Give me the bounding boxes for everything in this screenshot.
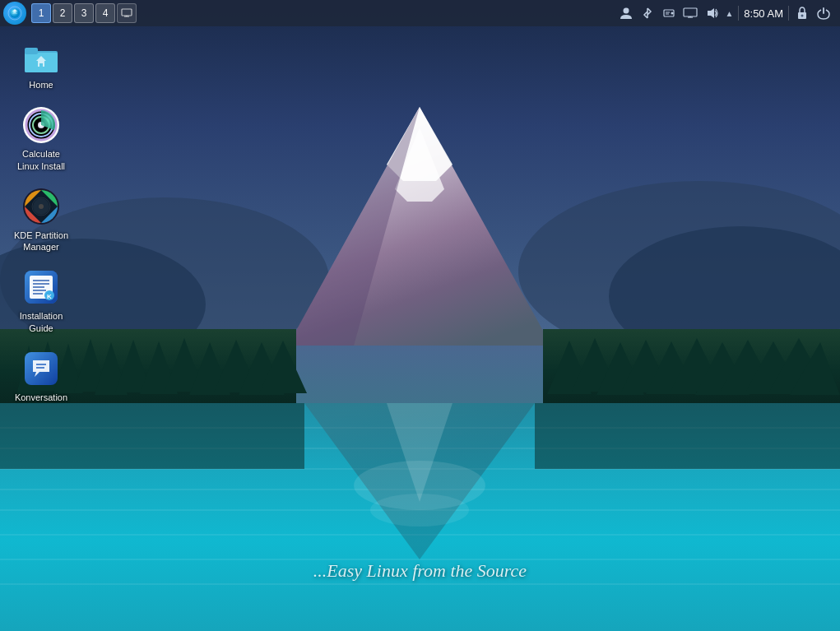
svg-text:K: K [47, 293, 52, 300]
storage-tray-icon[interactable] [661, 5, 677, 21]
svg-rect-46 [535, 403, 840, 469]
workspace-1-button[interactable]: 1 [31, 3, 51, 23]
svg-rect-59 [684, 8, 697, 16]
desktop-tagline: ...Easy Linux from the Source [313, 560, 527, 582]
show-desktop-button[interactable] [117, 3, 137, 23]
home-icon-label: Home [29, 79, 53, 90]
app-menu-button[interactable] [3, 2, 26, 25]
taskbar-right: ▲ 8:50 AM [618, 5, 837, 21]
system-clock[interactable]: 8:50 AM [744, 7, 783, 20]
kde-partition-manager-icon[interactable]: KDE Partition Manager [8, 183, 74, 257]
svg-point-83 [39, 204, 44, 209]
svg-point-64 [801, 15, 804, 17]
svg-rect-67 [25, 48, 38, 54]
konversation-icon-image [21, 349, 61, 388]
home-icon-image [21, 36, 61, 76]
taskbar: 1 2 3 4 [0, 0, 840, 26]
lock-screen-icon[interactable] [794, 5, 810, 21]
partition-icon-image [21, 187, 61, 226]
svg-point-48 [370, 494, 469, 527]
guide-icon-label: Installation Guide [12, 310, 71, 334]
volume-tray-icon[interactable] [703, 5, 720, 21]
installation-guide-icon[interactable]: K Installation Guide [8, 264, 74, 337]
bluetooth-tray-icon[interactable] [639, 5, 656, 21]
partition-icon-label: KDE Partition Manager [12, 230, 71, 253]
workspace-4-button[interactable]: 4 [95, 3, 115, 23]
svg-marker-62 [708, 8, 714, 18]
app-menu-icon [7, 6, 22, 21]
desktop-icons: Home [8, 33, 74, 406]
svg-point-56 [671, 12, 674, 15]
desktop: 1 2 3 4 [0, 0, 840, 631]
svg-point-54 [624, 8, 629, 14]
svg-rect-51 [122, 9, 132, 16]
svg-rect-70 [39, 63, 43, 67]
tray-expand-button[interactable]: ▲ [725, 9, 733, 18]
power-button[interactable] [815, 5, 832, 21]
desktop-icon [121, 8, 132, 18]
user-tray-icon[interactable] [618, 5, 634, 21]
guide-icon-image: K [21, 267, 61, 307]
svg-rect-45 [0, 403, 304, 469]
tray-divider-2 [788, 6, 789, 21]
konversation-icon-label: Konversation [15, 392, 67, 403]
calculate-icon-label: Calculate Linux Install [12, 148, 71, 172]
tray-divider [738, 6, 739, 21]
workspace-3-button[interactable]: 3 [74, 3, 94, 23]
taskbar-left: 1 2 3 4 [3, 2, 137, 25]
konversation-icon[interactable]: Konversation [8, 346, 74, 406]
calculate-icon-image [21, 105, 61, 145]
calculate-linux-icon[interactable]: Calculate Linux Install [8, 102, 74, 175]
display-tray-icon[interactable] [682, 5, 698, 21]
workspace-2-button[interactable]: 2 [53, 3, 72, 23]
home-folder-icon[interactable]: Home [8, 33, 74, 94]
